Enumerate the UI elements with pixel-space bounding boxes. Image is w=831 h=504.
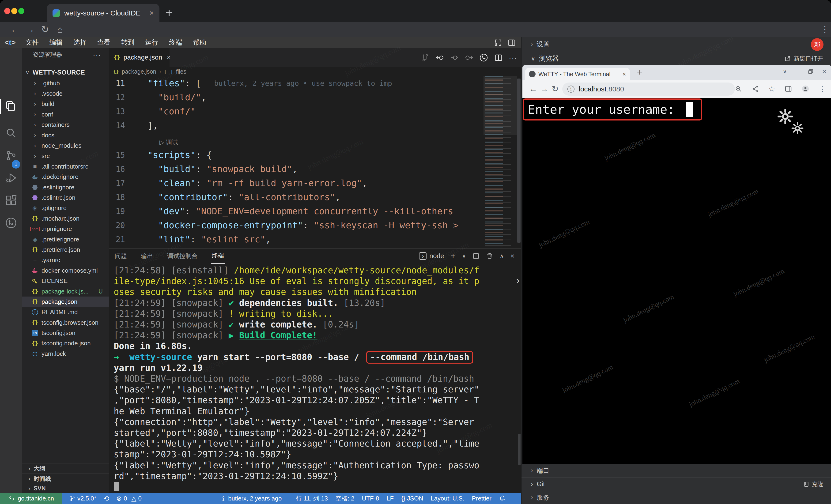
explorer-item-.vscode[interactable]: ›.vscode <box>22 88 109 99</box>
explorer-item-yarn.lock[interactable]: yarn.lock <box>22 349 109 359</box>
wetty-address-bar[interactable]: i localhost :8080 <box>562 83 735 96</box>
current-change-icon[interactable] <box>450 54 459 62</box>
previous-change-icon[interactable] <box>436 54 444 62</box>
explorer-item-.prettierrc.json[interactable]: {}.prettierrc.json <box>22 244 109 255</box>
explorer-item-.gitignore[interactable]: ◈.gitignore <box>22 203 109 213</box>
explorer-item-package.json[interactable]: {}package.json <box>22 297 109 307</box>
formatter-item[interactable]: Prettier <box>472 495 491 502</box>
notifications-bell-icon[interactable] <box>499 495 506 502</box>
menu-item[interactable]: 转到 <box>116 37 140 48</box>
reload-icon[interactable]: ↻ <box>40 22 50 37</box>
bookmark-star-icon[interactable]: ☆ <box>768 84 775 93</box>
explorer-item-build[interactable]: ›build <box>22 99 109 109</box>
editor-more-actions-icon[interactable]: ··· <box>509 54 517 62</box>
compare-changes-icon[interactable] <box>421 54 430 62</box>
editor-tab-package-json[interactable]: {} package.json × <box>109 48 170 67</box>
explorer-item-README.md[interactable]: iREADME.md <box>22 307 109 318</box>
editor-scrollbar[interactable] <box>517 79 520 243</box>
explorer-item-docs[interactable]: ›docs <box>22 130 109 141</box>
eol-item[interactable]: LF <box>386 495 394 502</box>
code-line-21[interactable]: 21 "lint": "eslint src", <box>109 232 480 246</box>
terminal-shell-selector[interactable]: ❯ node <box>419 252 444 260</box>
open-new-window-button[interactable]: 新窗口打开 <box>784 55 823 62</box>
code-line-14[interactable]: 14 ], <box>109 118 480 132</box>
customize-layout-icon[interactable] <box>508 38 516 47</box>
cursor-position-item[interactable]: 行 11, 列 13 <box>296 494 328 503</box>
svn-section[interactable]: ›SVN <box>22 484 109 493</box>
wetty-tab[interactable]: WeTTY - The Web Terminal × <box>525 68 630 80</box>
menu-item[interactable]: 运行 <box>140 37 164 48</box>
open-changes-icon[interactable] <box>479 53 488 62</box>
explorer-item-node-modules[interactable]: ›node_modules <box>22 141 109 151</box>
code-line-20[interactable]: 20 "docker-compose-entrypoint": "ssh-key… <box>109 218 480 232</box>
code-line-13[interactable]: 13 "conf/" <box>109 104 480 118</box>
wetty-reload-icon[interactable]: ↻ <box>551 84 558 94</box>
code-line-16[interactable]: 16 "build": "snowpack build", <box>109 162 480 176</box>
explorer-item-src[interactable]: ›src <box>22 151 109 161</box>
git-section[interactable]: ›Git 克隆 <box>521 477 831 491</box>
toggle-fullscreen-icon[interactable] <box>494 38 502 47</box>
forward-icon[interactable]: → <box>25 22 35 37</box>
services-section[interactable]: ›服务 <box>521 491 831 504</box>
profile-icon[interactable] <box>801 85 809 93</box>
menu-item[interactable]: 查看 <box>92 37 116 48</box>
wetty-restore-icon[interactable] <box>807 68 814 75</box>
share-icon[interactable] <box>751 85 759 93</box>
breadcrumb[interactable]: {} package.json › [ ] files <box>109 67 187 76</box>
code-line-12[interactable]: 12 "build/", <box>109 90 480 104</box>
explorer-item-.eslintignore[interactable]: .eslintignore <box>22 182 109 192</box>
explorer-item-.dockerignore[interactable]: .dockerignore <box>22 172 109 182</box>
explorer-item-.github[interactable]: ›.github <box>22 78 109 88</box>
menu-item[interactable]: 文件 <box>20 37 44 48</box>
explorer-item-.yarnrc[interactable]: ≡.yarnrc <box>22 255 109 265</box>
ports-section[interactable]: ›端口 <box>521 464 831 477</box>
split-editor-icon[interactable] <box>494 54 503 62</box>
encoding-item[interactable]: UTF-8 <box>362 495 379 502</box>
explorer-root-folder[interactable]: ∨ WETTY-SOURCE <box>22 67 109 78</box>
new-terminal-icon[interactable]: + <box>451 251 456 261</box>
explorer-item-.all-contributorsrc[interactable]: ≡.all-contributorsrc <box>22 161 109 172</box>
tab-close-icon[interactable]: × <box>149 9 154 17</box>
code-content[interactable]: 11 "files": [butlerx, 2 years ago • use … <box>109 76 480 246</box>
run-debug-icon[interactable] <box>5 172 17 184</box>
wetty-terminal-screen[interactable]: Enter your username: john.deng@qq.comjoh… <box>522 98 831 464</box>
code-line-15[interactable]: 15 "scripts": { <box>109 148 480 162</box>
menu-item[interactable]: 选择 <box>68 37 92 48</box>
wetty-tab-close-icon[interactable]: × <box>623 70 626 78</box>
timeline-section[interactable]: ›时间线 <box>22 474 109 484</box>
code-line-17[interactable]: 17 "clean": "rm -rf build yarn-error.log… <box>109 176 480 190</box>
panel-tab-输出[interactable]: 输出 <box>140 249 154 264</box>
code-line-11[interactable]: 11 "files": [butlerx, 2 years ago • use … <box>109 76 480 90</box>
breadcrumb-node[interactable]: files <box>176 68 187 75</box>
explorer-item-.eslintrc.json[interactable]: .eslintrc.json <box>22 192 109 203</box>
explorer-item-containers[interactable]: ›containers <box>22 120 109 130</box>
terminal-output[interactable]: [21:24:58] [esinstall] /home/ide/workspa… <box>114 265 519 493</box>
explorer-more-actions-icon[interactable]: ··· <box>93 51 101 59</box>
info-icon[interactable]: i <box>568 86 574 93</box>
explorer-item-.mocharc.json[interactable]: {}.mocharc.json <box>22 213 109 224</box>
language-mode-item[interactable]: {} JSON <box>401 495 423 502</box>
macos-zoom-button[interactable] <box>18 8 24 14</box>
panel-tab-终端[interactable]: 终端 <box>211 248 225 264</box>
menu-item[interactable]: 帮助 <box>188 37 211 48</box>
home-icon[interactable]: ⌂ <box>55 22 65 37</box>
split-terminal-icon[interactable] <box>472 253 480 260</box>
panel-tab-调试控制台[interactable]: 调试控制台 <box>166 249 199 264</box>
git-graph-icon[interactable] <box>5 217 17 229</box>
side-panel-icon[interactable] <box>784 85 792 93</box>
code-line-19[interactable]: 19 "dev": "NODE_ENV=development concurre… <box>109 204 480 218</box>
wetty-minimize-icon[interactable]: – <box>795 67 799 76</box>
zoom-icon[interactable] <box>735 85 742 93</box>
explorer-item-docker-compose.yml[interactable]: docker-compose.yml <box>22 265 109 276</box>
explorer-item-tsconfig.json[interactable]: TStsconfig.json <box>22 328 109 338</box>
explorer-item-tsconfig.node.json[interactable]: {}tsconfig.node.json <box>22 338 109 349</box>
user-avatar[interactable]: 邓 <box>811 38 824 51</box>
macos-minimize-button[interactable] <box>11 8 17 14</box>
problems-item[interactable]: ⊗ 0 △ 0 <box>116 495 142 502</box>
back-icon[interactable]: ← <box>10 22 20 37</box>
breadcrumb-file[interactable]: package.json <box>122 68 156 75</box>
explorer-item-.npmignore[interactable]: npm.npmignore <box>22 224 109 234</box>
maximize-panel-icon[interactable]: ∧ <box>500 253 504 259</box>
wetty-new-tab-button[interactable]: + <box>637 66 643 78</box>
next-change-icon[interactable] <box>465 54 473 62</box>
